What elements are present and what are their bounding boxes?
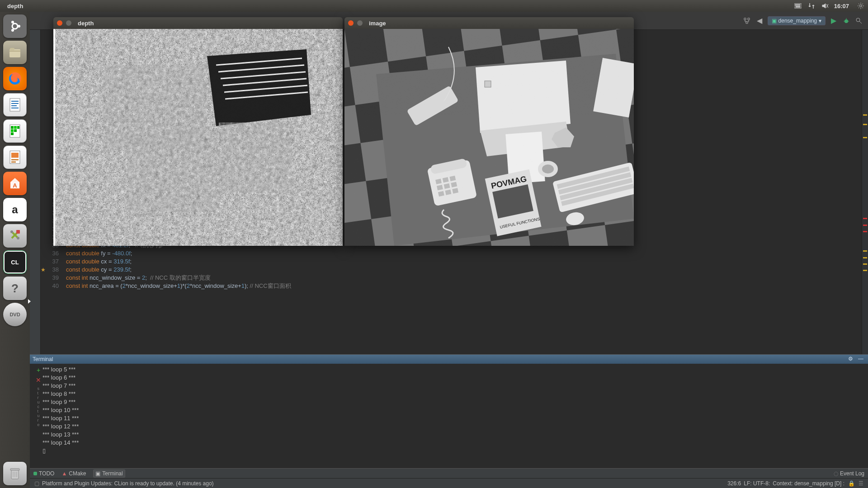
sound-indicator-icon[interactable] — [821, 1, 830, 10]
depth-image-view — [53, 29, 343, 246]
svg-point-18 — [11, 29, 14, 32]
launcher-writer-icon[interactable] — [3, 93, 27, 117]
launcher-clion-icon[interactable]: CL — [3, 250, 27, 274]
launcher-settings-icon[interactable] — [3, 224, 27, 248]
terminal-hide-icon[interactable]: — — [858, 356, 865, 363]
terminal-panel: Terminal ⚙ — + ✕ structure *** loop 5 **… — [30, 354, 868, 468]
active-app-name: depth — [7, 3, 23, 9]
launcher-impress-icon[interactable] — [3, 145, 27, 169]
launcher-dvd-icon[interactable]: DVD — [3, 303, 27, 326]
desktop: ◀ dense_mapping ▶ 29 30 31 32 33 34 35 — [0, 12, 868, 488]
svg-rect-3 — [798, 5, 799, 5]
svg-rect-23 — [10, 99, 20, 111]
opencv-image-window[interactable]: image — [344, 17, 634, 246]
svg-text:A: A — [13, 182, 17, 189]
ide-left-gutter[interactable] — [30, 30, 41, 354]
svg-point-13 — [856, 18, 860, 22]
minimize-icon[interactable] — [357, 20, 363, 26]
ide-status-bar: ▢ Platform and Plugin Updates: CLion is … — [30, 478, 868, 488]
image-window-titlebar[interactable]: image — [344, 17, 634, 29]
clock[interactable]: 16:07 — [834, 3, 849, 9]
event-log-tool-tab[interactable]: ◌Event Log — [834, 470, 864, 477]
svg-rect-29 — [11, 126, 14, 129]
terminal-side-misc: structure — [37, 386, 39, 427]
system-gear-icon[interactable] — [856, 1, 865, 10]
unity-launcher: A a CL ? DVD — [0, 12, 30, 488]
svg-rect-4 — [799, 5, 800, 5]
terminal-close-tab-icon[interactable]: ✕ — [36, 376, 41, 384]
launcher-firefox-icon[interactable] — [3, 67, 27, 90]
image-view: POVMAG USEFUL FUNCTIONS — [344, 29, 634, 246]
svg-rect-21 — [9, 51, 20, 52]
back-icon[interactable]: ◀ — [755, 16, 764, 25]
svg-rect-45 — [10, 469, 19, 470]
favorite-star-icon[interactable]: ★ — [41, 267, 49, 273]
cmake-tool-tab[interactable]: ▲CMake — [61, 470, 86, 477]
svg-point-8 — [860, 5, 862, 7]
svg-rect-38 — [11, 161, 16, 163]
terminal-output[interactable]: *** loop 5 *** *** loop 6 *** *** loop 7… — [42, 366, 863, 466]
svg-rect-31 — [17, 126, 19, 129]
run-button-icon[interactable]: ▶ — [829, 16, 838, 25]
terminal-new-tab-icon[interactable]: + — [37, 366, 40, 374]
keyboard-indicator-icon[interactable] — [793, 1, 802, 10]
depth-window-titlebar[interactable]: depth — [53, 17, 343, 29]
launcher-trash-icon[interactable] — [3, 462, 27, 485]
svg-rect-20 — [10, 48, 14, 50]
close-icon[interactable] — [57, 20, 62, 26]
launcher-files-icon[interactable] — [3, 41, 27, 64]
svg-rect-5 — [796, 6, 800, 7]
structure-icon[interactable] — [742, 16, 751, 25]
debug-button-icon[interactable] — [842, 16, 851, 25]
opencv-depth-window[interactable]: depth — [53, 17, 343, 246]
cursor-position: 326:6 — [727, 480, 741, 487]
svg-rect-62 — [53, 29, 343, 246]
svg-point-15 — [12, 23, 18, 29]
run-context: Context: dense_mapping [D] : — [773, 480, 844, 487]
svg-point-16 — [18, 25, 20, 28]
svg-rect-33 — [14, 129, 17, 132]
minimize-icon[interactable] — [66, 20, 71, 26]
launcher-amazon-icon[interactable]: a — [3, 198, 27, 221]
svg-rect-99 — [344, 29, 634, 246]
svg-point-9 — [844, 19, 848, 23]
lock-icon[interactable]: 🔒 — [848, 480, 855, 487]
terminal-tool-tab[interactable]: ▣Terminal — [93, 469, 125, 478]
ubuntu-top-panel: depth 16:07 — [0, 0, 868, 12]
svg-rect-26 — [11, 105, 17, 106]
svg-rect-43 — [16, 230, 20, 234]
svg-rect-37 — [11, 159, 19, 160]
svg-rect-24 — [11, 101, 19, 102]
svg-rect-1 — [795, 5, 796, 5]
launcher-help-icon[interactable]: ? — [3, 277, 27, 300]
terminal-gear-icon[interactable]: ⚙ — [848, 356, 855, 363]
svg-rect-36 — [11, 153, 19, 158]
close-icon[interactable] — [348, 20, 354, 26]
search-icon[interactable] — [854, 16, 863, 25]
depth-window-title: depth — [78, 20, 94, 27]
svg-rect-25 — [11, 103, 19, 104]
terminal-header[interactable]: Terminal ⚙ — — [30, 355, 868, 364]
run-configuration-selector[interactable]: dense_mapping — [768, 16, 826, 25]
terminal-side-controls: + ✕ structure — [34, 366, 42, 466]
hector-icon[interactable]: ☰ — [859, 480, 863, 487]
editor-scroll-marks[interactable] — [862, 30, 868, 354]
terminal-title: Terminal — [33, 356, 53, 362]
image-window-title: image — [369, 20, 386, 27]
launcher-calc-icon[interactable] — [3, 119, 27, 143]
svg-rect-27 — [11, 108, 19, 108]
svg-rect-30 — [14, 126, 17, 129]
svg-point-17 — [11, 21, 14, 23]
launcher-dash-icon[interactable] — [3, 14, 27, 38]
todo-tool-tab[interactable]: TODO — [33, 470, 54, 477]
svg-rect-19 — [9, 49, 20, 57]
status-message: Platform and Plugin Updates: CLion is re… — [42, 480, 214, 487]
svg-rect-34 — [11, 132, 14, 135]
svg-line-14 — [859, 21, 862, 23]
bottom-tool-tabs: TODO ▲CMake ▣Terminal ◌Event Log — [30, 468, 868, 478]
network-indicator-icon[interactable] — [807, 1, 816, 10]
svg-point-42 — [17, 237, 19, 239]
launcher-software-icon[interactable]: A — [3, 172, 27, 195]
svg-rect-2 — [797, 5, 797, 5]
svg-rect-32 — [11, 129, 14, 132]
